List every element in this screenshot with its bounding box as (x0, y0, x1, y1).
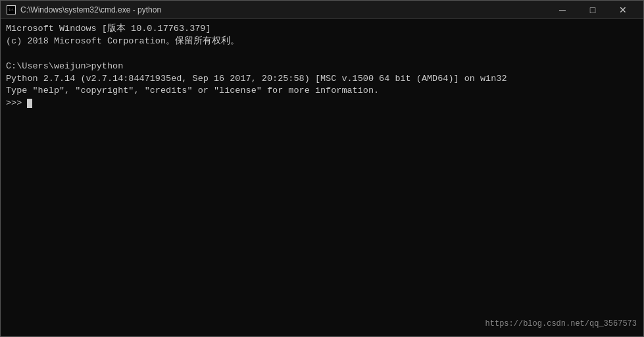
terminal-line-4: C:\Users\weijun>python (6, 61, 638, 73)
terminal-prompt-line: >>> (6, 97, 638, 110)
title-bar-left: C:\Windows\system32\cmd.exe - python (6, 5, 161, 15)
cmd-window: C:\Windows\system32\cmd.exe - python ─ □… (0, 0, 644, 337)
terminal-body[interactable]: Microsoft Windows [版本 10.0.17763.379] (c… (1, 19, 643, 336)
cmd-icon (6, 5, 16, 15)
watermark: https://blog.csdn.net/qq_3567573 (485, 319, 637, 330)
cursor (27, 99, 32, 108)
maximize-button[interactable]: □ (578, 1, 608, 19)
window-controls: ─ □ ✕ (547, 1, 638, 19)
terminal-line-1: Microsoft Windows [版本 10.0.17763.379] (6, 23, 638, 36)
terminal-line-5: Python 2.7.14 (v2.7.14:84471935ed, Sep 1… (6, 73, 638, 86)
title-bar: C:\Windows\system32\cmd.exe - python ─ □… (1, 1, 643, 19)
window-title: C:\Windows\system32\cmd.exe - python (20, 5, 161, 14)
minimize-button[interactable]: ─ (547, 1, 578, 19)
terminal-line-3 (6, 48, 638, 61)
close-button[interactable]: ✕ (608, 1, 638, 19)
terminal-line-6: Type "help", "copyright", "credits" or "… (6, 85, 638, 97)
terminal-line-2: (c) 2018 Microsoft Corporation。保留所有权利。 (6, 36, 638, 48)
